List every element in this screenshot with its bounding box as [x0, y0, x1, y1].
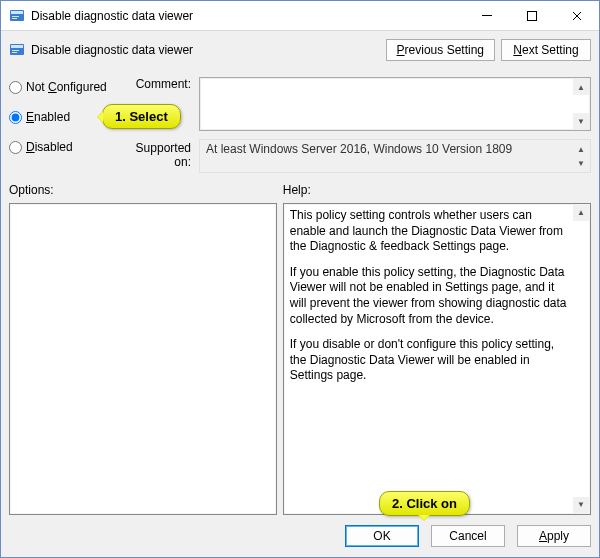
previous-setting-button[interactable]: Previous Setting — [386, 39, 495, 61]
options-box[interactable] — [9, 203, 277, 515]
help-paragraph: If you disable or don't configure this p… — [290, 337, 570, 384]
ok-button[interactable]: OK — [345, 525, 419, 547]
policy-name-label: Disable diagnostic data viewer — [31, 43, 380, 57]
radio-not-configured[interactable]: Not Configured — [9, 77, 119, 97]
radio-disabled[interactable]: Disabled — [9, 137, 119, 157]
scroll-up-icon[interactable]: ▲ — [573, 79, 589, 95]
comment-label: Comment: — [119, 77, 199, 91]
radio-disabled-input[interactable] — [9, 141, 22, 154]
svg-rect-2 — [12, 16, 19, 17]
cancel-button[interactable]: Cancel — [431, 525, 505, 547]
help-paragraph: This policy setting controls whether use… — [290, 208, 570, 255]
options-pane: Options: — [9, 181, 277, 515]
help-pane: Help: This policy setting controls wheth… — [283, 181, 591, 515]
scroll-down-icon[interactable]: ▼ — [573, 113, 589, 129]
policy-icon — [9, 42, 25, 58]
scroll-down-icon[interactable]: ▼ — [573, 497, 589, 513]
policy-editor-window: Disable diagnostic data viewer Disable d… — [0, 0, 600, 558]
svg-rect-4 — [482, 15, 492, 16]
supported-on-label: Supported on: — [119, 139, 199, 169]
svg-rect-7 — [11, 45, 23, 48]
scroll-down-icon[interactable]: ▼ — [573, 155, 589, 171]
svg-rect-5 — [527, 11, 536, 20]
close-button[interactable] — [554, 1, 599, 30]
maximize-button[interactable] — [509, 1, 554, 30]
help-box: This policy setting controls whether use… — [283, 203, 591, 515]
comment-textarea[interactable]: ▲ ▼ — [199, 77, 591, 131]
dialog-buttons: OK Cancel Apply — [1, 515, 599, 557]
options-label: Options: — [9, 183, 277, 197]
apply-button[interactable]: Apply — [517, 525, 591, 547]
radio-not-configured-input[interactable] — [9, 81, 22, 94]
help-paragraph: If you enable this policy setting, the D… — [290, 265, 570, 327]
policy-icon — [9, 8, 25, 24]
comment-column: Comment: ▲ ▼ Supported on: At least Wind… — [119, 69, 591, 173]
supported-on-text: At least Windows Server 2016, Windows 10… — [199, 139, 591, 173]
scroll-up-icon[interactable]: ▲ — [573, 205, 589, 221]
title-bar: Disable diagnostic data viewer — [1, 1, 599, 31]
header-row: Disable diagnostic data viewer Previous … — [1, 31, 599, 69]
annotation-click-on: 2. Click on — [379, 491, 470, 516]
svg-rect-3 — [12, 18, 17, 19]
lower-split: Options: Help: This policy setting contr… — [1, 177, 599, 515]
window-title: Disable diagnostic data viewer — [31, 9, 464, 23]
help-label: Help: — [283, 183, 591, 197]
config-area: Not Configured Enabled Disabled Comment:… — [1, 69, 599, 177]
next-setting-button[interactable]: Next Setting — [501, 39, 591, 61]
svg-rect-8 — [12, 50, 19, 51]
svg-rect-9 — [12, 52, 17, 53]
minimize-button[interactable] — [464, 1, 509, 30]
annotation-select: 1. Select — [102, 104, 181, 129]
svg-rect-1 — [11, 11, 23, 14]
radio-enabled-input[interactable] — [9, 111, 22, 124]
